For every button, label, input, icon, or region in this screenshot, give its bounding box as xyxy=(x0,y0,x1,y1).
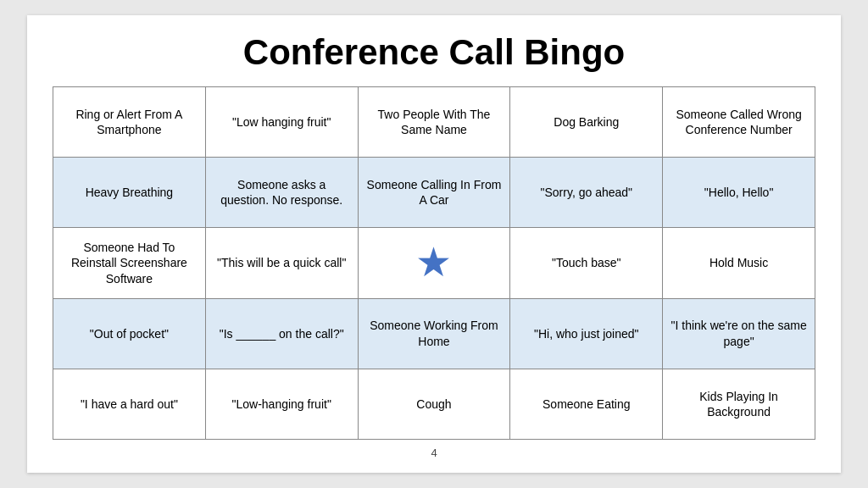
bingo-cell: "Sorry, go ahead" xyxy=(510,158,663,228)
bingo-cell: Someone Calling In From A Car xyxy=(358,158,510,228)
bingo-table: Ring or Alert From A Smartphone"Low hang… xyxy=(53,86,815,440)
bingo-cell: Cough xyxy=(358,369,510,439)
bingo-cell: ★ xyxy=(358,228,510,298)
bingo-cell: Kids Playing In Background xyxy=(663,369,815,439)
page-number: 4 xyxy=(431,446,437,459)
bingo-cell: "I think we're on the same page" xyxy=(663,298,815,369)
bingo-cell: Two People With The Same Name xyxy=(358,87,510,158)
bingo-cell: Someone Working From Home xyxy=(358,298,510,369)
bingo-cell: Someone Eating xyxy=(510,369,663,439)
bingo-cell: "Low hanging fruit" xyxy=(205,87,358,158)
bingo-cell: Dog Barking xyxy=(510,87,663,158)
bingo-cell: "Hello, Hello" xyxy=(663,158,815,228)
slide-title: Conference Call Bingo xyxy=(243,32,625,73)
bingo-cell: "Low-hanging fruit" xyxy=(205,369,358,439)
bingo-cell: "Touch base" xyxy=(510,228,663,298)
bingo-cell: Ring or Alert From A Smartphone xyxy=(53,87,206,158)
bingo-cell: "Out of pocket" xyxy=(53,298,206,369)
bingo-cell: Hold Music xyxy=(663,228,815,298)
bingo-cell: "This will be a quick call" xyxy=(205,228,358,298)
bingo-cell: Someone asks a question. No response. xyxy=(205,158,358,228)
bingo-cell: Someone Called Wrong Conference Number xyxy=(663,87,815,158)
slide: Conference Call Bingo Ring or Alert From… xyxy=(27,15,841,473)
bingo-cell: Heavy Breathing xyxy=(53,158,206,228)
bingo-cell: "Is ______ on the call?" xyxy=(205,298,358,369)
bingo-cell: "Hi, who just joined" xyxy=(510,298,663,369)
star-icon: ★ xyxy=(415,240,452,285)
bingo-cell: Someone Had To Reinstall Screenshare Sof… xyxy=(53,228,206,298)
bingo-cell: "I have a hard out" xyxy=(53,369,206,439)
